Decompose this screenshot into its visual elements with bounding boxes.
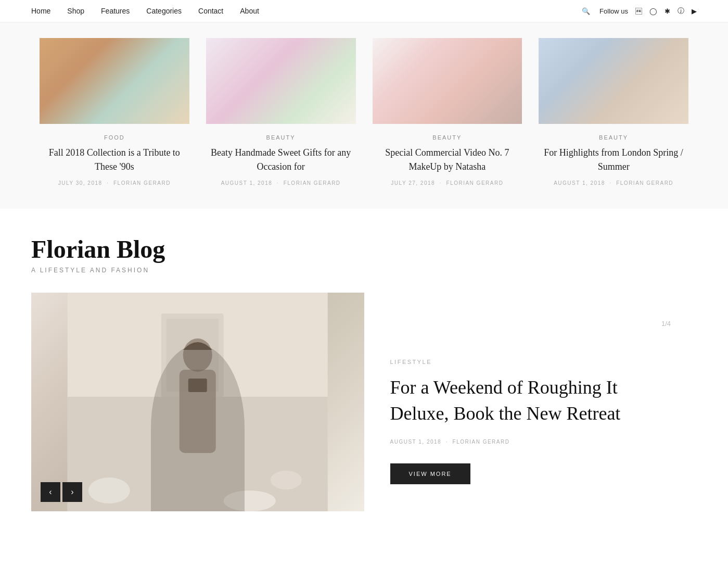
nav-shop[interactable]: Shop <box>67 7 84 15</box>
nav-about[interactable]: About <box>240 7 259 15</box>
featured-meta: AUGUST 1, 2018 · FLORIAN GERARD <box>390 439 671 445</box>
pinterest-icon[interactable]: ⓙ <box>678 6 684 16</box>
next-button[interactable]: › <box>62 482 82 502</box>
blog-title: Florian Blog <box>31 235 697 263</box>
blog-subtitle: A LIFESTYLE AND FASHION <box>31 267 697 274</box>
featured-author: FLORIAN GERARD <box>453 439 510 445</box>
nav-features[interactable]: Features <box>101 7 130 15</box>
nav-contact[interactable]: Contact <box>198 7 223 15</box>
main-nav: Home Shop Features Categories Contact Ab… <box>0 0 728 22</box>
card-beauty2-meta: JULY 27, 2018 · FLORIAN GERARD <box>373 180 522 186</box>
search-icon[interactable]: 🔍 <box>582 7 590 15</box>
card-food-author: FLORIAN GERARD <box>113 180 171 186</box>
card-beauty3-category: BEAUTY <box>539 134 688 141</box>
facebook-icon[interactable]:  <box>635 7 642 15</box>
pagination-counter: 1/4 <box>390 320 671 328</box>
card-food-date: JULY 30, 2018 <box>58 180 103 186</box>
top-cards-section: FOOD Fall 2018 Collection is a Tribute t… <box>0 22 728 209</box>
follow-us-label: Follow us <box>599 7 628 15</box>
nav-right: 🔍 Follow us  ◯ ✱ ⓙ ▶ <box>582 6 697 16</box>
featured-category: LIFESTYLE <box>390 359 671 365</box>
view-more-button[interactable]: VIEW MORE <box>390 463 470 484</box>
featured-image: ‹ › <box>31 293 364 511</box>
featured-area: ‹ › 1/4 LIFESTYLE For a Weekend of Rough… <box>31 293 697 511</box>
featured-title: For a Weekend of Roughing It Deluxe, Boo… <box>390 374 671 427</box>
card-beauty3: BEAUTY For Highlights from London Spring… <box>530 38 697 198</box>
nav-links: Home Shop Features Categories Contact Ab… <box>31 7 259 15</box>
svg-rect-6 <box>188 379 207 392</box>
card-beauty2: BEAUTY Special Commercial Video No. 7 Ma… <box>364 38 531 198</box>
card-beauty3-author: FLORIAN GERARD <box>616 180 673 186</box>
card-beauty3-image[interactable] <box>539 38 688 124</box>
svg-rect-5 <box>180 370 216 453</box>
card-beauty1: BEAUTY Beaty Handmade Sweet Gifts for an… <box>198 38 364 198</box>
card-food-meta: JULY 30, 2018 · FLORIAN GERARD <box>40 180 189 186</box>
instagram-icon[interactable]: ◯ <box>649 7 657 15</box>
blog-section: Florian Blog A LIFESTYLE AND FASHION <box>0 209 728 511</box>
twitter-icon[interactable]: ✱ <box>665 7 670 15</box>
featured-content: 1/4 LIFESTYLE For a Weekend of Roughing … <box>364 293 697 511</box>
featured-date: AUGUST 1, 2018 <box>390 439 442 445</box>
card-beauty3-title[interactable]: For Highlights from London Spring / Summ… <box>539 146 688 174</box>
svg-point-7 <box>88 477 130 504</box>
card-beauty2-category: BEAUTY <box>373 134 522 141</box>
card-food-image[interactable] <box>40 38 189 124</box>
card-beauty1-meta: AUGUST 1, 2018 · FLORIAN GERARD <box>206 180 356 186</box>
card-beauty3-date: AUGUST 1, 2018 <box>554 180 605 186</box>
svg-point-9 <box>271 471 302 489</box>
card-beauty1-category: BEAUTY <box>206 134 356 141</box>
svg-point-8 <box>224 490 276 511</box>
card-beauty1-date: AUGUST 1, 2018 <box>221 180 273 186</box>
card-beauty1-image[interactable] <box>206 38 356 124</box>
card-beauty3-meta: AUGUST 1, 2018 · FLORIAN GERARD <box>539 180 688 186</box>
card-beauty2-title[interactable]: Special Commercial Video No. 7 MakeUp by… <box>373 146 522 174</box>
card-beauty1-author: FLORIAN GERARD <box>284 180 341 186</box>
svg-rect-3 <box>167 319 219 392</box>
card-beauty2-date: JULY 27, 2018 <box>391 180 435 186</box>
youtube-icon[interactable]: ▶ <box>692 7 697 15</box>
card-beauty2-image[interactable] <box>373 38 522 124</box>
card-food: FOOD Fall 2018 Collection is a Tribute t… <box>31 38 198 198</box>
card-food-category: FOOD <box>40 134 189 141</box>
nav-categories[interactable]: Categories <box>146 7 182 15</box>
card-beauty1-title[interactable]: Beaty Handmade Sweet Gifts for any Occas… <box>206 146 356 174</box>
prev-button[interactable]: ‹ <box>41 482 60 502</box>
card-beauty2-author: FLORIAN GERARD <box>446 180 503 186</box>
card-food-title[interactable]: Fall 2018 Collection is a Tribute to The… <box>40 146 189 174</box>
nav-home[interactable]: Home <box>31 7 50 15</box>
